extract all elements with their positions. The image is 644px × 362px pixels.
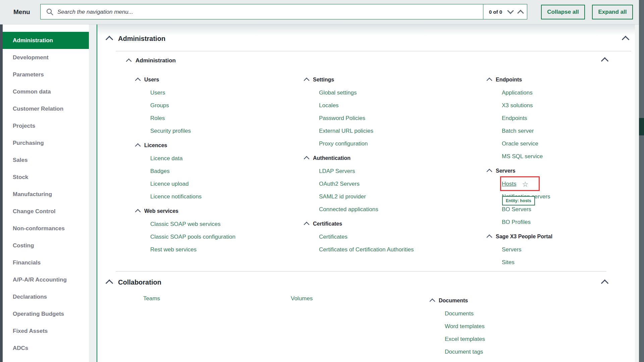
nav-link-document-tags[interactable]: Document tags — [430, 346, 575, 358]
search-input[interactable] — [57, 5, 471, 19]
chevron-up-icon[interactable] — [135, 78, 141, 83]
group-header-sage-x3-people-portal[interactable]: Sage X3 People Portal — [487, 230, 632, 243]
nav-link-x3-solutions[interactable]: X3 solutions — [487, 99, 632, 112]
sidebar-item-parameters[interactable]: Parameters — [3, 66, 89, 83]
nav-link-rest-web-services[interactable]: Rest web services — [136, 243, 300, 256]
module-sidebar: Administration Development Parameters Co… — [3, 24, 89, 362]
chevron-up-icon[interactable] — [487, 78, 492, 83]
nav-link-security-profiles[interactable]: Security profiles — [136, 125, 300, 137]
sidebar-item-stock[interactable]: Stock — [3, 169, 89, 186]
nav-link-users[interactable]: Users — [136, 86, 300, 99]
page-scrollbar-thumb[interactable] — [639, 118, 644, 135]
sidebar-item-costing[interactable]: Costing — [3, 237, 89, 254]
nav-link-groups[interactable]: Groups — [136, 99, 300, 112]
sidebar-item-development[interactable]: Development — [3, 49, 89, 66]
chevron-up-icon[interactable] — [487, 169, 492, 175]
nav-link-applications[interactable]: Applications — [487, 86, 632, 99]
collapse-all-button[interactable]: Collapse all — [541, 5, 585, 19]
group-users: Users Users Groups Roles Security profil… — [136, 73, 300, 137]
search-previous-chevron-up-icon[interactable] — [517, 10, 524, 16]
chevron-up-icon[interactable] — [126, 59, 132, 64]
chevron-up-icon[interactable] — [135, 209, 141, 215]
nav-link-certificates[interactable]: Certificates — [305, 231, 482, 243]
sidebar-scrollbar-track[interactable] — [89, 24, 97, 362]
section-collapse-chevron-up-icon[interactable] — [622, 36, 630, 44]
nav-link-ldap-servers[interactable]: LDAP Servers — [305, 165, 482, 178]
chevron-up-icon[interactable] — [430, 299, 435, 304]
nav-link-connected-applications[interactable]: Connected applications — [305, 203, 482, 216]
nav-link-portal-sites[interactable]: Sites — [487, 256, 632, 269]
section-collapse-chevron-up-icon[interactable] — [601, 280, 609, 287]
sidebar-item-change-control[interactable]: Change Control — [3, 203, 89, 220]
chevron-up-icon[interactable] — [304, 156, 310, 162]
nav-link-badges[interactable]: Badges — [136, 165, 300, 178]
chevron-up-icon[interactable] — [304, 222, 310, 228]
nav-link-password-policies[interactable]: Password Policies — [305, 112, 482, 125]
nav-link-endpoints[interactable]: Endpoints — [487, 112, 632, 125]
nav-link-oauth2-servers[interactable]: OAuth2 Servers — [305, 178, 482, 190]
group-header-users[interactable]: Users — [136, 73, 300, 86]
nav-link-teams[interactable]: Teams — [143, 292, 160, 305]
group-header-licences[interactable]: Licences — [136, 139, 300, 152]
sidebar-item-fixed-assets[interactable]: Fixed Assets — [3, 322, 89, 340]
nav-link-licence-data[interactable]: Licence data — [136, 152, 300, 165]
nav-link-roles[interactable]: Roles — [136, 112, 300, 125]
sidebar-item-customer-relation[interactable]: Customer Relation — [3, 100, 89, 117]
nav-link-proxy-configuration[interactable]: Proxy configuration — [305, 137, 482, 150]
nav-link-hosts[interactable]: Hosts — [502, 181, 516, 187]
nav-link-external-url-policies[interactable]: External URL policies — [305, 125, 482, 137]
chevron-up-icon[interactable] — [487, 235, 492, 240]
nav-link-saml2-id-provider[interactable]: SAML2 id provider — [305, 190, 482, 203]
nav-link-word-templates[interactable]: Word templates — [430, 320, 575, 333]
sidebar-item-purchasing[interactable]: Purchasing — [3, 134, 89, 152]
nav-link-portal-servers[interactable]: Servers — [487, 243, 632, 256]
nav-link-excel-templates[interactable]: Excel templates — [430, 333, 575, 346]
sidebar-item-common-data[interactable]: Common data — [3, 83, 89, 100]
nav-link-global-settings[interactable]: Global settings — [305, 86, 482, 99]
subsection-collapse-chevron-up-icon[interactable] — [601, 57, 609, 65]
nav-link-ms-sql-service[interactable]: MS SQL service — [487, 150, 632, 163]
group-title: Users — [144, 77, 159, 83]
sidebar-item-adcs[interactable]: ADCs — [3, 340, 89, 357]
group-header-servers[interactable]: Servers — [487, 164, 632, 178]
search-next-chevron-down-icon[interactable] — [507, 7, 514, 14]
nav-link-classic-soap-web-services[interactable]: Classic SOAP web services — [136, 218, 300, 231]
group-header-endpoints[interactable]: Endpoints — [487, 73, 632, 86]
group-header-authentication[interactable]: Authentication — [305, 152, 482, 165]
sidebar-item-declarations[interactable]: Declarations — [3, 288, 89, 305]
section-header-collaboration[interactable]: Collaboration — [107, 277, 161, 288]
group-header-documents[interactable]: Documents — [430, 294, 575, 307]
sidebar-item-manufacturing[interactable]: Manufacturing — [3, 186, 89, 203]
sidebar-item-non-conformances[interactable]: Non-conformances — [3, 220, 89, 237]
chevron-up-icon[interactable] — [106, 36, 113, 43]
content-scrollbar-track[interactable] — [635, 24, 639, 362]
nav-link-licence-notifications[interactable]: Licence notifications — [136, 190, 300, 203]
expand-all-button[interactable]: Expand all — [592, 5, 633, 19]
sidebar-item-projects[interactable]: Projects — [3, 117, 89, 134]
chevron-up-icon[interactable] — [106, 279, 113, 287]
nav-link-licence-upload[interactable]: Licence upload — [136, 178, 300, 190]
chevron-up-icon[interactable] — [304, 78, 310, 83]
sidebar-item-operating-budgets[interactable]: Operating Budgets — [3, 305, 89, 322]
nav-link-bo-profiles[interactable]: BO Profiles — [487, 216, 632, 229]
favorite-star-icon[interactable]: ☆ — [522, 181, 528, 188]
sidebar-item-administration[interactable]: Administration — [3, 32, 89, 49]
nav-link-batch-server[interactable]: Batch server — [487, 125, 632, 137]
chevron-up-icon[interactable] — [135, 143, 141, 149]
nav-link-classic-soap-pools-configuration[interactable]: Classic SOAP pools configuration — [136, 231, 300, 243]
group-header-web-services[interactable]: Web services — [136, 204, 300, 218]
group-header-certificates[interactable]: Certificates — [305, 217, 482, 231]
nav-link-volumes[interactable]: Volumes — [291, 292, 313, 305]
nav-link-certificates-of-certification-authorities[interactable]: Certificates of Certification Authoritie… — [305, 243, 482, 256]
subsection-title: Administration — [136, 57, 176, 64]
sidebar-item-financials[interactable]: Financials — [3, 254, 89, 271]
nav-link-locales[interactable]: Locales — [305, 99, 482, 112]
admin-column-1: Users Users Groups Roles Security profil… — [136, 73, 300, 256]
group-header-settings[interactable]: Settings — [305, 73, 482, 86]
nav-link-oracle-service[interactable]: Oracle service — [487, 137, 632, 150]
subsection-header-administration[interactable]: Administration — [127, 56, 176, 66]
sidebar-item-sales[interactable]: Sales — [3, 152, 89, 169]
section-header-administration[interactable]: Administration — [107, 33, 165, 44]
sidebar-item-ap-ar-accounting[interactable]: A/P-A/R Accounting — [3, 271, 89, 288]
nav-link-documents[interactable]: Documents — [430, 307, 575, 320]
